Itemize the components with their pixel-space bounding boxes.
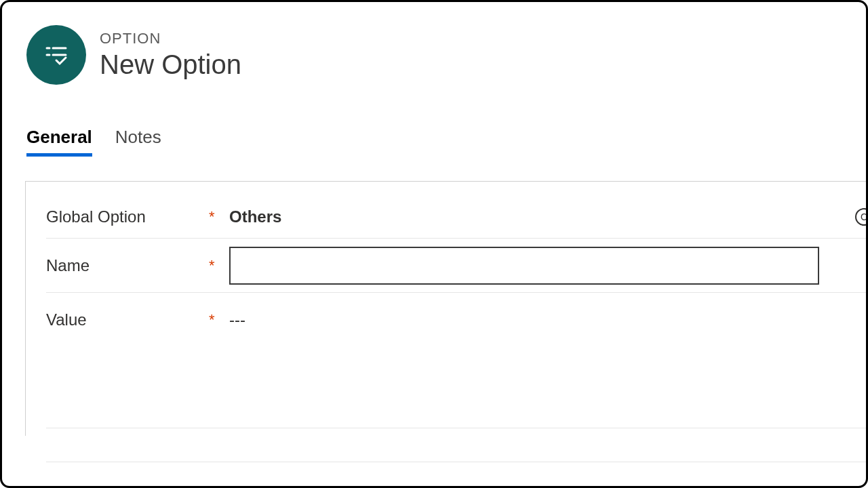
global-option-label: Global Option — [46, 207, 209, 226]
header-kicker: OPTION — [100, 30, 241, 47]
panel-footer-line — [46, 428, 868, 462]
tab-general[interactable]: General — [26, 127, 92, 157]
name-label: Name — [46, 256, 209, 275]
value-field[interactable]: --- — [229, 310, 245, 329]
clear-icon[interactable]: C — [855, 208, 868, 226]
row-value: Value * --- — [46, 293, 868, 347]
panel-spacer — [46, 347, 868, 428]
global-option-value[interactable]: Others — [229, 207, 281, 226]
row-name: Name * — [46, 239, 868, 293]
tab-notes[interactable]: Notes — [115, 127, 161, 157]
form-window: OPTION New Option General Notes Global O… — [0, 0, 868, 488]
form-header: OPTION New Option — [2, 2, 866, 85]
required-marker: * — [209, 257, 229, 274]
page-title: New Option — [100, 49, 241, 80]
tab-bar: General Notes — [2, 85, 866, 157]
required-marker: * — [209, 208, 229, 226]
row-global-option: Global Option * Others C — [46, 195, 868, 239]
value-label: Value — [46, 310, 209, 329]
option-list-icon — [26, 25, 86, 85]
name-input[interactable] — [229, 247, 819, 285]
required-marker: * — [209, 311, 229, 329]
general-panel: Global Option * Others C Name * Value * … — [25, 181, 868, 436]
